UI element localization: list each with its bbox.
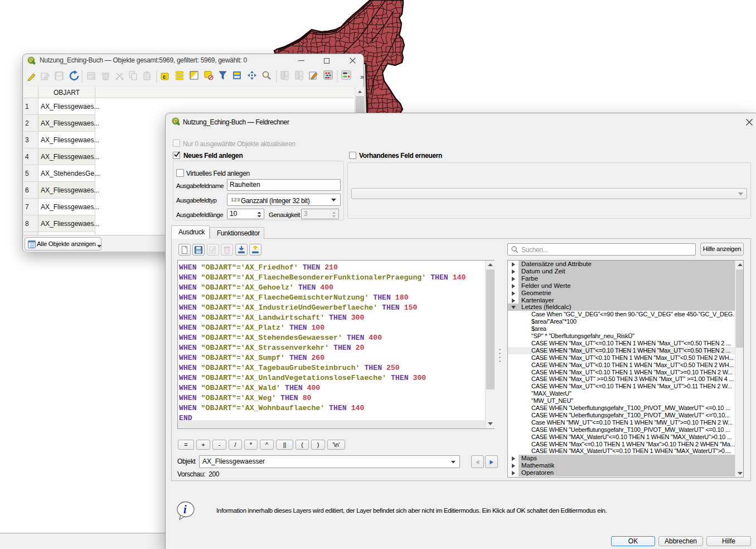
svg-text:»: » [360,73,364,81]
svg-text:i: i [183,503,187,516]
svg-text:ε: ε [163,73,166,80]
